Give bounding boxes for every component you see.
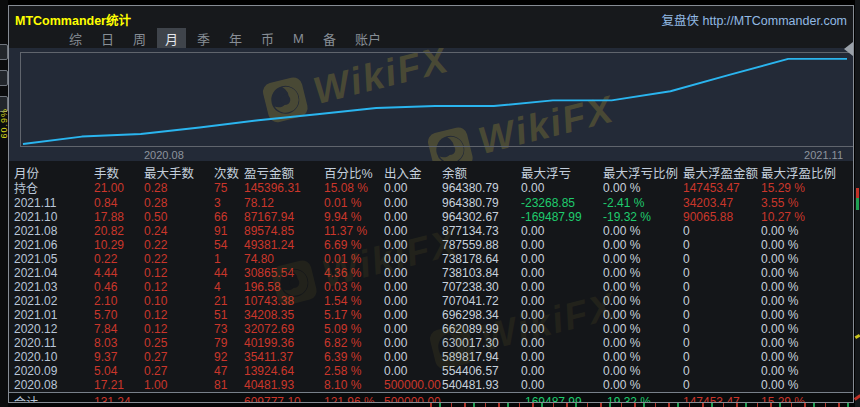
menu-item-nian[interactable]: 年 [221,28,250,49]
total-row[interactable]: 合计131.24609777.10121.96 %500000.00-16948… [9,392,853,402]
menu-item-ji[interactable]: 季 [189,28,218,49]
menu-item-bi[interactable]: 币 [253,28,282,49]
table-cell: 0.10 [144,294,214,308]
column-header: 手数 [94,163,144,179]
table-row[interactable]: 2021.0820.820.249189574.8511.37 %0.00877… [14,224,853,238]
table-row[interactable]: 2021.1017.880.506687167.949.94 %0.009643… [14,210,853,224]
table-cell: 0.00 % [761,224,837,238]
menu-item-zong[interactable]: 综 [61,28,90,49]
table-cell: 964302.67 [442,210,521,224]
chart-end-arrow-icon[interactable] [844,42,853,56]
table-cell: 0 [683,336,761,350]
menu-item-yue[interactable]: 月 [157,28,186,49]
table-cell: 5.04 [94,364,144,378]
table-cell: 21 [214,294,244,308]
table-cell: 500000.00 [384,378,442,392]
table-cell: 5.70 [94,308,144,322]
table-cell: 1 [214,252,244,266]
table-cell: 0.00 [521,350,603,364]
table-cell: 0.00 % [761,350,837,364]
table-cell: 0 [683,364,761,378]
table-cell: 2020.09 [14,364,94,378]
table-cell: 0 [683,252,761,266]
table-cell: 877134.73 [442,224,521,238]
table-cell: 92 [214,350,244,364]
table-cell: 1.00 [144,378,214,392]
table-row[interactable]: 2020.118.030.257940199.366.82 %0.0063001… [14,336,853,350]
table-cell: 0.00 % [761,252,837,266]
menu-item-zhou[interactable]: 周 [125,28,154,49]
table-cell: -2.41 % [603,196,683,210]
table-row[interactable]: 2021.015.700.125134208.355.17 %0.0069629… [14,308,853,322]
table-row[interactable]: 2020.109.370.279235411.376.39 %0.0058981… [14,350,853,364]
table-cell: 500000.00 [384,395,442,403]
table-cell: 0.00 [521,266,603,280]
table-cell: 0.00 [384,308,442,322]
table-cell: 0.00 [521,280,603,294]
table-cell: 0 [683,238,761,252]
table-cell: 662089.99 [442,322,521,336]
table-cell: 3 [214,196,244,210]
table-cell: 21.00 [94,181,144,195]
table-cell: 0.24 [144,224,214,238]
table-cell: 2021.02 [14,294,94,308]
table-row[interactable]: 2020.0817.211.008140481.938.10 %500000.0… [14,378,853,392]
table-cell: 2.10 [94,294,144,308]
menu-item-m[interactable]: M [285,30,312,47]
table-cell: 75 [214,181,244,195]
table-cell: 0.50 [144,210,214,224]
table-cell: 10.27 % [761,210,837,224]
left-sliver-button[interactable] [0,44,8,60]
table-cell: 787559.88 [442,238,521,252]
table-row[interactable]: 持仓21.000.2875145396.3115.08 %0.00964380.… [14,179,853,196]
table-row[interactable]: 2021.022.100.102110743.381.54 %0.0070704… [14,294,853,308]
table-cell: 2021.06 [14,238,94,252]
table-cell: 0.00 % [603,336,683,350]
menu-item-ri[interactable]: 日 [93,28,122,49]
table-cell: 0.00 [521,378,603,392]
table-cell: 6.69 % [324,238,384,252]
table-cell: 0.01 % [324,252,384,266]
table-cell: 0.00 [521,336,603,350]
table-cell: 持仓 [14,179,94,196]
menu-bar: 综日周月季年币M备账户 [9,28,853,48]
menu-item-zhanghu[interactable]: 账户 [347,28,389,49]
table-cell: 0.00 % [603,280,683,294]
table-cell: 1.54 % [324,294,384,308]
table-cell: 8.10 % [324,378,384,392]
table-cell: 2021.05 [14,252,94,266]
table-row[interactable]: 2021.0610.290.225449381.246.69 %0.007875… [14,238,853,252]
left-sliver-button[interactable] [0,70,8,86]
table-cell: 47 [214,364,244,378]
table-cell: 2021.08 [14,224,94,238]
table-cell: 0 [683,322,761,336]
table-cell: 0.00 % [761,238,837,252]
x-axis-end-label: 2021.11 [804,149,843,161]
table-cell: 0.22 [144,238,214,252]
background-window-right-sliver [855,0,860,407]
table-cell: 2021.04 [14,266,94,280]
table-cell: 2020.12 [14,322,94,336]
table-cell: 0 [683,350,761,364]
table-row[interactable]: 2020.127.840.127332072.695.09 %0.0066208… [14,322,853,336]
column-header: 次数 [214,163,244,179]
table-cell: 89574.85 [244,224,324,238]
menu-item-bei[interactable]: 备 [315,28,344,49]
table-cell: 0.00 % [603,252,683,266]
table-row[interactable]: 2021.030.460.124196.580.03 %0.00707238.3… [14,280,853,294]
column-header: 最大浮亏比例 [603,163,683,179]
table-row[interactable]: 2021.110.840.28378.120.01 %0.00964380.79… [14,196,853,210]
column-header: 百分比% [324,163,384,179]
table-row[interactable]: 2021.050.220.22174.800.01 %0.00738178.64… [14,252,853,266]
table-cell: 5.17 % [324,308,384,322]
table-cell: 0.25 [144,336,214,350]
table-cell: 3.55 % [761,196,837,210]
table-cell: -169487.99 [521,210,603,224]
brand-link[interactable]: 复盘侠 http://MTCommander.com [662,10,847,29]
table-cell: 609777.10 [244,395,324,403]
table-row[interactable]: 2020.095.040.274713924.642.58 %0.0055440… [14,364,853,378]
table-cell: 10.29 [94,238,144,252]
table-row[interactable]: 2021.044.440.124430865.544.36 %0.0073810… [14,266,853,280]
table-cell: 54 [214,238,244,252]
table-cell: 0.00 [521,224,603,238]
